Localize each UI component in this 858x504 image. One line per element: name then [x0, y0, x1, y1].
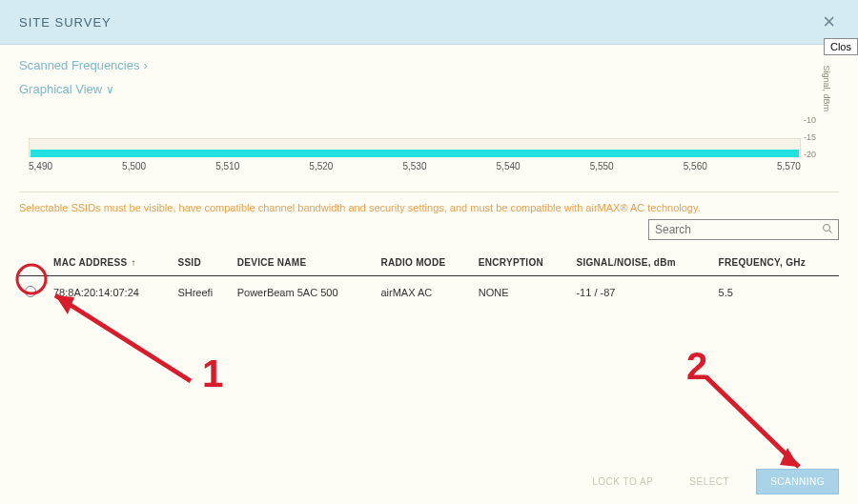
xtick: 5,560	[684, 161, 707, 171]
frequency-chart: Signal, dBm -10 -15 -20 5,490 5,500 5,51…	[29, 106, 829, 182]
table-header-row: MAC ADDRESS↑ SSID DEVICE NAME RADIO MODE…	[19, 250, 839, 276]
select-button[interactable]: SELECT	[680, 471, 739, 493]
col-device[interactable]: DEVICE NAME	[232, 250, 376, 276]
ytick: -10	[804, 115, 816, 125]
col-mac[interactable]: MAC ADDRESS↑	[48, 250, 172, 276]
chevron-down-icon: ∨	[106, 83, 114, 96]
svg-point-0	[824, 225, 830, 232]
search-wrap	[648, 219, 839, 240]
col-encryption[interactable]: ENCRYPTION	[473, 250, 571, 276]
ytick: -15	[804, 132, 816, 142]
xtick: 5,530	[402, 161, 426, 171]
xtick: 5,520	[309, 161, 333, 171]
scanning-button[interactable]: SCANNING	[756, 469, 839, 494]
chart-y-axis-label: Signal, dBm	[822, 65, 831, 111]
cell-radio-mode: airMAX AC	[375, 276, 472, 310]
col-frequency[interactable]: FREQUENCY, GHz	[713, 250, 839, 276]
svg-line-1	[829, 231, 832, 233]
svg-marker-6	[780, 448, 799, 467]
col-signal[interactable]: SIGNAL/NOISE, dBm	[570, 250, 712, 276]
sort-ascending-icon: ↑	[131, 257, 135, 268]
col-ssid[interactable]: SSID	[172, 250, 231, 276]
chevron-right-icon: ›	[143, 59, 147, 72]
chart-signal-bar	[31, 150, 799, 157]
annotation-label-1: 1	[202, 353, 223, 395]
xtick: 5,570	[777, 161, 801, 171]
ytick: -20	[804, 150, 816, 159]
scanned-frequencies-label: Scanned Frequencies	[19, 58, 139, 72]
cell-device: PowerBeam 5AC 500	[232, 276, 376, 310]
cell-encryption: NONE	[473, 276, 571, 310]
scanned-frequencies-toggle[interactable]: Scanned Frequencies ›	[19, 58, 839, 72]
graphical-view-toggle[interactable]: Graphical View ∨	[19, 82, 839, 96]
cell-mac: 78:8A:20:14:07:24	[48, 276, 172, 310]
close-icon[interactable]: ×	[819, 11, 839, 32]
xtick: 5,500	[122, 161, 146, 171]
col-radio	[19, 250, 48, 276]
xtick: 5,490	[29, 161, 52, 171]
search-input[interactable]	[648, 219, 839, 240]
dialog-title: SITE SURVEY	[19, 15, 112, 30]
lock-to-ap-button[interactable]: LOCK TO AP	[582, 471, 663, 493]
close-button-overlay[interactable]: Clos	[824, 38, 858, 55]
xtick: 5,550	[590, 161, 614, 171]
compatibility-notice: Selectable SSIDs must be visible, have c…	[19, 192, 839, 213]
dialog-footer: LOCK TO AP SELECT SCANNING	[582, 469, 839, 494]
table-row[interactable]: 78:8A:20:14:07:24 SHreefi PowerBeam 5AC …	[19, 276, 839, 310]
chart-x-axis: 5,490 5,500 5,510 5,520 5,530 5,540 5,55…	[29, 161, 801, 171]
svg-line-5	[705, 376, 799, 467]
search-row	[19, 219, 839, 240]
row-select-radio[interactable]	[25, 286, 36, 297]
cell-ssid: SHreefi	[172, 276, 231, 310]
cell-frequency: 5.5	[713, 276, 839, 310]
graphical-view-label: Graphical View	[19, 82, 102, 96]
xtick: 5,510	[215, 161, 239, 171]
dialog-header: SITE SURVEY ×	[0, 0, 858, 45]
annotation-label-2: 2	[686, 345, 707, 388]
search-icon	[822, 223, 833, 237]
cell-signal: -11 / -87	[570, 276, 712, 310]
col-radio-mode[interactable]: RADIO MODE	[375, 250, 472, 276]
dialog-content: Scanned Frequencies › Graphical View ∨ S…	[0, 45, 858, 309]
ssid-table: MAC ADDRESS↑ SSID DEVICE NAME RADIO MODE…	[19, 250, 839, 309]
xtick: 5,540	[497, 161, 521, 171]
